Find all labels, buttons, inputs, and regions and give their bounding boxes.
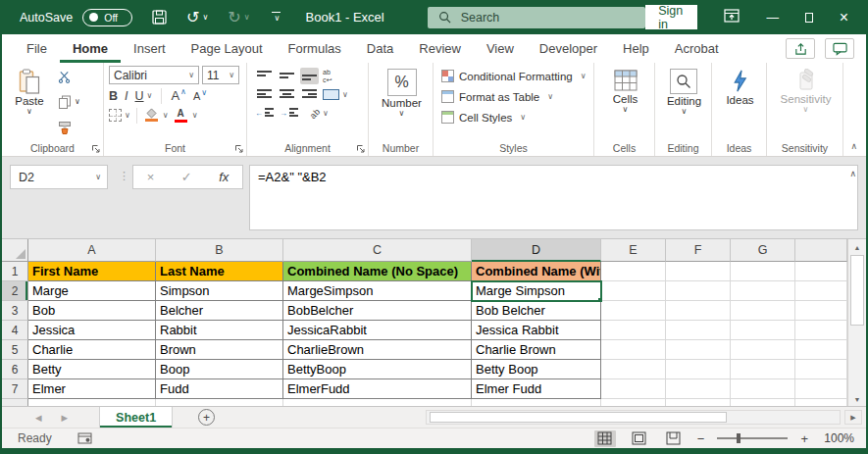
cut-button[interactable] bbox=[58, 69, 80, 85]
font-size-select[interactable]: 11 ∨ bbox=[202, 66, 239, 84]
cell-G3[interactable] bbox=[731, 301, 795, 321]
ribbon-display-options-button[interactable] bbox=[724, 9, 740, 25]
clipboard-dialog-launcher[interactable] bbox=[91, 144, 100, 153]
cell-F2[interactable] bbox=[666, 281, 731, 301]
paste-button[interactable]: Paste ∨ bbox=[7, 67, 52, 139]
cell-F1[interactable] bbox=[666, 262, 731, 281]
cell-H5[interactable] bbox=[795, 340, 847, 360]
page-break-preview-button[interactable] bbox=[663, 430, 685, 447]
zoom-slider-thumb[interactable] bbox=[737, 433, 740, 443]
cell-D3[interactable]: Bob Belcher bbox=[472, 301, 601, 321]
cell-B6[interactable]: Boop bbox=[156, 360, 283, 379]
minimize-button[interactable]: — bbox=[766, 11, 779, 25]
cell-A7[interactable]: Elmer bbox=[28, 379, 156, 399]
conditional-formatting-button[interactable]: Conditional Formatting ∨ bbox=[441, 67, 590, 85]
search-box[interactable]: Search bbox=[428, 7, 645, 28]
tab-view[interactable]: View bbox=[474, 34, 527, 63]
ideas-button[interactable]: Ideas bbox=[726, 67, 753, 139]
sensitivity-button[interactable]: Sensitivity ∨ bbox=[781, 67, 832, 139]
align-center-button[interactable] bbox=[278, 86, 296, 103]
format-painter-button[interactable] bbox=[58, 119, 80, 135]
column-header-b[interactable]: B bbox=[156, 239, 283, 262]
bold-button[interactable]: B bbox=[109, 89, 118, 103]
cancel-icon[interactable]: × bbox=[147, 170, 155, 184]
cell-D6[interactable]: Betty Boop bbox=[472, 360, 601, 379]
tab-developer[interactable]: Developer bbox=[527, 34, 610, 63]
decrease-indent-button[interactable]: ← bbox=[255, 105, 276, 122]
editing-button[interactable]: Editing ∨ bbox=[667, 67, 701, 139]
cell-A1[interactable]: First Name bbox=[28, 262, 156, 281]
zoom-out-button[interactable]: − bbox=[697, 431, 705, 446]
row-header-5[interactable]: 5 bbox=[2, 340, 28, 360]
align-left-button[interactable] bbox=[255, 86, 274, 103]
tab-formulas[interactable]: Formulas bbox=[276, 34, 354, 63]
redo-button[interactable]: ↻ ∨ bbox=[228, 10, 249, 25]
cell-E6[interactable] bbox=[601, 360, 666, 379]
enter-check-icon[interactable]: ✓ bbox=[181, 170, 192, 184]
cell-B3[interactable]: Belcher bbox=[156, 301, 283, 321]
horizontal-scrollbar[interactable] bbox=[426, 410, 841, 425]
cell-H3[interactable] bbox=[795, 301, 847, 321]
increase-font-size-button[interactable]: A ∧ bbox=[171, 87, 186, 104]
cell-F4[interactable] bbox=[666, 321, 731, 340]
cell-B7[interactable]: Fudd bbox=[156, 379, 283, 399]
comments-button[interactable] bbox=[825, 38, 854, 59]
save-button[interactable] bbox=[152, 10, 167, 25]
cell-G2[interactable] bbox=[731, 281, 795, 301]
insert-function-icon[interactable]: fx bbox=[219, 170, 229, 184]
cell-D1[interactable]: Combined Name (With Space) bbox=[472, 262, 601, 281]
row-header-6[interactable]: 6 bbox=[2, 360, 28, 379]
cell-F5[interactable] bbox=[666, 340, 731, 360]
fill-handle[interactable] bbox=[597, 297, 601, 301]
collapse-formula-bar-icon[interactable]: ∧ bbox=[849, 169, 856, 178]
tab-page-layout[interactable]: Page Layout bbox=[179, 34, 276, 63]
column-header-partial[interactable] bbox=[795, 239, 847, 262]
cell-A6[interactable]: Betty bbox=[28, 360, 156, 379]
maximize-button[interactable] bbox=[805, 13, 813, 23]
sign-in-button[interactable]: Sign in bbox=[645, 5, 697, 29]
cell-E1[interactable] bbox=[601, 262, 666, 281]
zoom-level[interactable]: 100% bbox=[821, 431, 854, 445]
vertical-scrollbar[interactable]: ▲ ▼ bbox=[847, 239, 866, 407]
cell-C2[interactable]: MargeSimpson bbox=[283, 281, 472, 301]
cell-D2-active[interactable]: Marge Simpson bbox=[472, 281, 601, 301]
column-header-a[interactable]: A bbox=[28, 239, 156, 262]
font-color-button[interactable]: A ∨ bbox=[173, 107, 198, 124]
cell-B5[interactable]: Brown bbox=[156, 340, 283, 360]
cell-G7[interactable] bbox=[731, 379, 795, 399]
cell-G6[interactable] bbox=[731, 360, 795, 379]
cell-E5[interactable] bbox=[601, 340, 666, 360]
cell-F6[interactable] bbox=[666, 360, 731, 379]
normal-view-button[interactable] bbox=[594, 430, 616, 447]
cell-E2[interactable] bbox=[601, 281, 666, 301]
formula-input[interactable]: =A2&" "&B2 bbox=[249, 165, 858, 230]
cell-G4[interactable] bbox=[731, 321, 795, 340]
new-sheet-button[interactable]: + bbox=[198, 409, 215, 426]
scroll-down-icon[interactable]: ▼ bbox=[848, 391, 866, 407]
tab-file[interactable]: File bbox=[14, 34, 60, 63]
vertical-scroll-thumb[interactable] bbox=[850, 255, 864, 326]
cell-F3[interactable] bbox=[666, 301, 731, 321]
cell-A2[interactable]: Marge bbox=[28, 281, 156, 301]
cell-A5[interactable]: Charlie bbox=[28, 340, 156, 360]
tab-review[interactable]: Review bbox=[406, 34, 474, 63]
bottom-align-button[interactable] bbox=[300, 68, 319, 84]
cell-D7[interactable]: Elmer Fudd bbox=[472, 379, 601, 399]
cell-C3[interactable]: BobBelcher bbox=[283, 301, 472, 321]
cell-C5[interactable]: CharlieBrown bbox=[283, 340, 472, 360]
cell-B4[interactable]: Rabbit bbox=[156, 321, 283, 340]
underline-button[interactable]: U ∨ bbox=[135, 87, 153, 104]
cell-H1[interactable] bbox=[795, 262, 847, 281]
column-header-c[interactable]: C bbox=[283, 239, 472, 262]
align-right-button[interactable] bbox=[300, 86, 319, 103]
page-layout-view-button[interactable] bbox=[629, 430, 650, 447]
prev-sheet-icon[interactable]: ◀ bbox=[35, 413, 42, 423]
cell-G5[interactable] bbox=[731, 340, 795, 360]
alignment-dialog-launcher[interactable] bbox=[356, 144, 365, 153]
copy-button[interactable]: ∨ bbox=[58, 94, 80, 111]
zoom-slider[interactable] bbox=[717, 437, 788, 439]
merge-center-button[interactable]: ∨ bbox=[323, 86, 348, 103]
cell-B1[interactable]: Last Name bbox=[156, 262, 283, 281]
cell-H6[interactable] bbox=[795, 360, 847, 379]
cell-E7[interactable] bbox=[601, 379, 666, 399]
